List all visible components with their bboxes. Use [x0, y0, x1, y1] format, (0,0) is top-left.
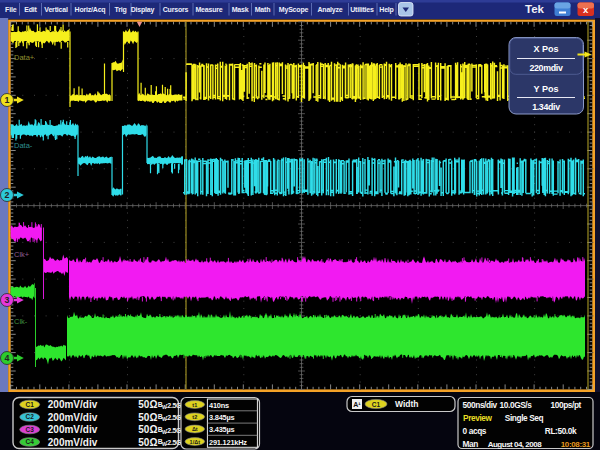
svg-text:291.121kHz: 291.121kHz — [209, 438, 247, 447]
svg-text:Data+: Data+ — [14, 53, 35, 62]
svg-text:File: File — [5, 6, 17, 13]
svg-text:4: 4 — [5, 353, 10, 363]
svg-text:50Ω: 50Ω — [138, 399, 157, 410]
svg-text:Width: Width — [395, 399, 419, 409]
svg-text:Cursors: Cursors — [163, 6, 189, 13]
svg-text::2.5G: :2.5G — [165, 439, 182, 446]
svg-text:1: 1 — [5, 95, 10, 105]
svg-text:C3: C3 — [26, 426, 35, 433]
svg-text:C1: C1 — [26, 401, 35, 408]
svg-text:220mdiv: 220mdiv — [529, 63, 563, 73]
svg-text:3.845µs: 3.845µs — [209, 413, 235, 422]
svg-text:50Ω: 50Ω — [138, 412, 157, 423]
svg-text:Clk+: Clk+ — [14, 250, 30, 259]
svg-text:August 04, 2008: August 04, 2008 — [488, 440, 542, 449]
svg-text:C2: C2 — [26, 413, 35, 420]
svg-text:C1: C1 — [372, 401, 381, 408]
svg-text:Y Pos: Y Pos — [534, 84, 559, 94]
svg-text:3.435µs: 3.435µs — [209, 425, 235, 434]
svg-text:0 acqs: 0 acqs — [463, 426, 487, 436]
svg-text:200mV/div: 200mV/div — [48, 437, 98, 448]
svg-text:1/Δt: 1/Δt — [190, 439, 201, 445]
svg-text:X Pos: X Pos — [533, 44, 558, 54]
svg-text:Math: Math — [255, 6, 271, 13]
svg-text:RL:50.0k: RL:50.0k — [545, 426, 577, 436]
svg-text:Help: Help — [379, 6, 393, 14]
svg-text:Single Seq: Single Seq — [505, 413, 544, 423]
svg-text:Measure: Measure — [195, 6, 222, 13]
svg-text:Tek: Tek — [525, 3, 545, 15]
svg-text:Analyze: Analyze — [317, 6, 342, 14]
svg-text:Preview: Preview — [463, 413, 493, 423]
svg-text:Display: Display — [131, 6, 155, 14]
svg-text:Δt: Δt — [192, 426, 198, 432]
svg-text:3: 3 — [5, 295, 10, 305]
svg-text:50Ω: 50Ω — [138, 437, 157, 448]
svg-text:200mV/div: 200mV/div — [48, 424, 98, 435]
svg-text:1.34div: 1.34div — [532, 102, 560, 112]
svg-text:Vertical: Vertical — [44, 6, 68, 13]
svg-text:Horiz/Acq: Horiz/Acq — [75, 6, 106, 14]
svg-text:50Ω: 50Ω — [138, 424, 157, 435]
svg-text::2.5G: :2.5G — [165, 414, 182, 421]
svg-text:Trig: Trig — [114, 6, 126, 14]
svg-text:t1: t1 — [192, 402, 197, 408]
svg-text:10.0GS/s: 10.0GS/s — [500, 400, 533, 410]
svg-text::2.5G: :2.5G — [165, 427, 182, 434]
svg-text:MyScope: MyScope — [279, 6, 309, 14]
svg-text:Clk-: Clk- — [14, 317, 28, 326]
svg-text:t2: t2 — [192, 414, 197, 420]
svg-text:200mV/div: 200mV/div — [48, 399, 98, 410]
svg-text:Utilities: Utilities — [350, 6, 374, 13]
svg-text:A¹: A¹ — [353, 401, 361, 408]
svg-text:Edit: Edit — [24, 6, 37, 13]
svg-text:410ns: 410ns — [209, 401, 229, 410]
svg-text:2: 2 — [5, 190, 10, 200]
svg-text:200mV/div: 200mV/div — [48, 412, 98, 423]
svg-text:C4: C4 — [26, 438, 35, 445]
svg-text:Man: Man — [463, 439, 479, 449]
svg-text:10:08:31: 10:08:31 — [561, 440, 591, 449]
svg-text:500ns/div: 500ns/div — [463, 400, 498, 410]
svg-text:Mask: Mask — [232, 6, 249, 13]
svg-text:100ps/pt: 100ps/pt — [551, 400, 582, 410]
svg-text::2.5G: :2.5G — [165, 402, 182, 409]
svg-text:Data-: Data- — [14, 141, 33, 150]
svg-text:x: x — [583, 4, 589, 15]
